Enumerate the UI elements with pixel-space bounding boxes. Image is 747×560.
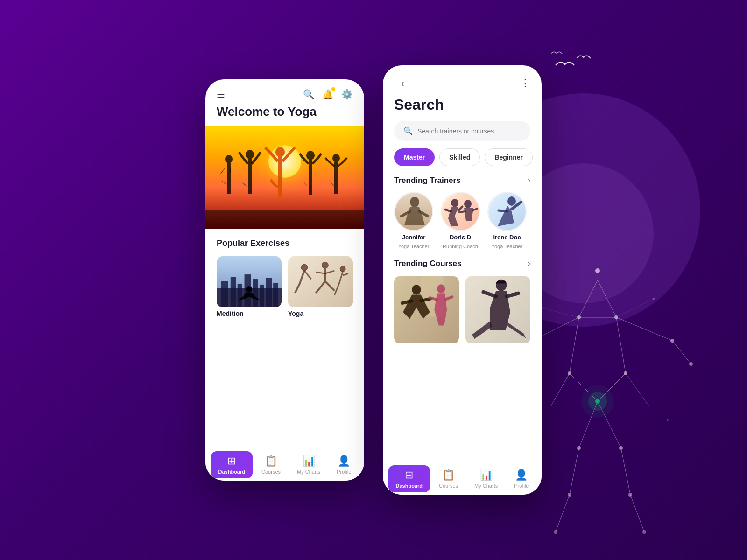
phone2-bottom-nav: ⊞ Dashboard 📋 Courses 📊 My Charts 👤 Prof… (383, 462, 542, 495)
svg-point-85 (507, 196, 516, 206)
jennifer-name: Jennifer (402, 234, 426, 241)
courses-row (383, 275, 542, 382)
filter-tab-beginner[interactable]: Beginner (485, 148, 533, 166)
svg-point-83 (464, 200, 472, 208)
svg-rect-72 (266, 278, 272, 307)
svg-point-82 (451, 199, 458, 207)
dashboard-icon: ⊞ (227, 455, 236, 467)
filter-tab-skilled[interactable]: Skilled (439, 148, 480, 166)
trainer-card-doris[interactable]: Doris D Running Coach (441, 192, 480, 249)
settings-icon[interactable]: ⚙️ (341, 89, 353, 100)
svg-rect-50 (248, 175, 250, 194)
search-icon[interactable]: 🔍 (303, 89, 315, 100)
svg-point-78 (340, 266, 345, 272)
exercise-grid: Medition (217, 256, 353, 323)
nav-profile[interactable]: 👤 Profile (329, 451, 359, 478)
meditation-bg (217, 256, 282, 307)
irene-name: Irene Doe (493, 234, 521, 241)
svg-line-14 (616, 317, 672, 341)
more-options-button[interactable]: ⋮ (520, 77, 530, 89)
p2-charts-icon: 📊 (480, 469, 493, 481)
irene-role: Yoga Teacher (492, 244, 523, 249)
p2-courses-label: Courses (439, 483, 458, 489)
bird-silhouettes (551, 47, 607, 84)
svg-rect-67 (231, 277, 236, 307)
trending-trainers-title: Trending Trainers (394, 176, 461, 185)
trending-trainers-header: Trending Trainers › (383, 175, 542, 192)
svg-rect-73 (273, 283, 278, 307)
svg-point-27 (619, 446, 623, 450)
p2-nav-courses[interactable]: 📋 Courses (431, 465, 465, 492)
back-button[interactable]: ‹ (394, 75, 411, 91)
filter-tab-master[interactable]: Master (394, 148, 435, 166)
jennifer-avatar (394, 192, 433, 231)
svg-rect-61 (334, 162, 338, 176)
trainer-card-irene[interactable]: Irene Doe Yoga Teacher (487, 192, 527, 249)
svg-point-30 (554, 530, 557, 534)
trainers-row: Jennifer Yoga Teacher (383, 192, 542, 259)
yoga-svg (288, 256, 353, 307)
nav-dashboard[interactable]: ⊞ Dashboard (211, 451, 253, 478)
filter-tabs: Master Skilled Beginner (383, 148, 542, 175)
p2-profile-label: Profile (514, 483, 529, 489)
doris-avatar-svg (442, 193, 480, 231)
bell-icon[interactable]: 🔔 (322, 89, 334, 100)
svg-line-42 (542, 308, 579, 317)
search-page-title: Search (383, 96, 542, 121)
exercise-card-meditation[interactable]: Medition (217, 256, 282, 323)
svg-line-9 (570, 448, 579, 495)
search-bar-icon: 🔍 (403, 126, 413, 135)
svg-point-29 (628, 493, 632, 497)
svg-point-89 (437, 284, 445, 293)
svg-point-52 (275, 147, 285, 157)
profile-icon: 👤 (338, 455, 350, 467)
courses-arrow[interactable]: › (528, 259, 530, 268)
p2-dashboard-icon: ⊞ (405, 469, 413, 481)
p2-charts-label: My Charts (474, 483, 498, 489)
menu-icon[interactable]: ☰ (217, 89, 225, 100)
svg-point-24 (624, 371, 627, 375)
svg-line-18 (626, 373, 649, 406)
svg-point-41 (667, 419, 669, 421)
trainers-arrow[interactable]: › (528, 175, 530, 185)
svg-line-0 (579, 280, 598, 317)
yoga-image (288, 256, 353, 307)
profile-label: Profile (337, 469, 351, 475)
svg-point-56 (306, 151, 315, 160)
charts-label: My Charts (297, 469, 320, 475)
p2-profile-icon: 👤 (515, 469, 528, 481)
trainer-card-jennifer[interactable]: Jennifer Yoga Teacher (394, 192, 433, 249)
search-bar[interactable]: 🔍 (394, 121, 530, 141)
p2-nav-dashboard[interactable]: ⊞ Dashboard (388, 465, 430, 492)
charts-icon: 📊 (303, 455, 315, 467)
notification-dot (331, 87, 335, 91)
courses-icon: 📋 (265, 455, 277, 467)
meditation-image (217, 256, 282, 307)
svg-rect-68 (238, 284, 242, 307)
svg-point-33 (670, 339, 674, 343)
exercise-card-yoga[interactable]: Yoga (288, 256, 353, 323)
svg-rect-53 (278, 157, 282, 176)
svg-line-11 (556, 495, 570, 532)
svg-rect-75 (288, 256, 353, 307)
svg-rect-59 (310, 176, 312, 195)
phone-search: ‹ ⋮ Search 🔍 Master Skilled Beginner Tre… (383, 65, 542, 495)
course-card-2[interactable] (465, 275, 530, 345)
course-card-1[interactable] (394, 275, 459, 345)
p2-nav-profile[interactable]: 👤 Profile (507, 465, 536, 492)
svg-rect-71 (260, 285, 264, 307)
svg-line-12 (630, 495, 644, 532)
nav-charts[interactable]: 📊 My Charts (289, 451, 328, 478)
nav-courses[interactable]: 📋 Courses (254, 451, 288, 478)
svg-point-74 (246, 286, 253, 293)
trending-courses-title: Trending Courses (394, 259, 462, 268)
svg-line-10 (621, 448, 630, 495)
svg-line-1 (598, 280, 616, 317)
p2-nav-charts[interactable]: 📊 My Charts (467, 465, 505, 492)
svg-line-43 (616, 299, 654, 317)
meditation-svg (217, 256, 282, 307)
trending-courses-header: Trending Courses › (383, 259, 542, 275)
svg-rect-49 (248, 159, 252, 175)
yoga-label: Yoga (288, 310, 353, 317)
search-input[interactable] (417, 127, 521, 135)
